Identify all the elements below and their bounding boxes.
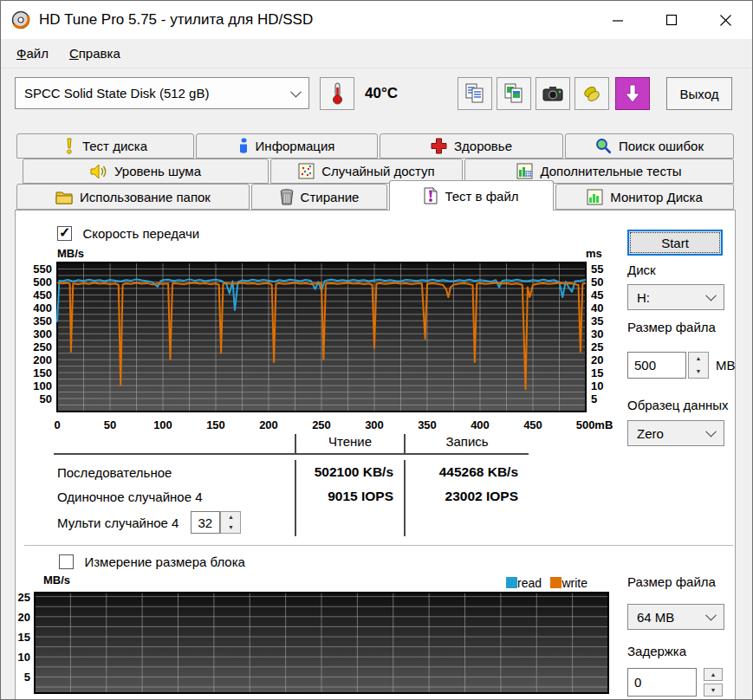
chevron-down-icon — [705, 610, 717, 621]
thermometer-icon — [330, 82, 344, 105]
svg-text:15: 15 — [591, 366, 603, 379]
svg-text:40: 40 — [591, 301, 603, 314]
search-icon — [595, 138, 612, 154]
file-size-value: 500 — [634, 358, 656, 373]
stepper-up-icon[interactable]: ▲ — [689, 353, 708, 366]
delay-stepper[interactable]: ▲ ▼ — [704, 668, 723, 697]
temperature-button[interactable] — [320, 77, 354, 110]
folder-icon — [55, 190, 73, 204]
col-header-read: Чтение — [295, 434, 404, 455]
row-label: Последовательное — [54, 460, 295, 484]
donate-button[interactable] — [574, 77, 609, 110]
svg-text:400: 400 — [33, 301, 52, 314]
svg-text:300: 300 — [365, 418, 384, 431]
data-pattern-value: Zero — [637, 426, 664, 441]
copy-image-button[interactable] — [497, 77, 531, 110]
col-header-write: Запись — [404, 434, 529, 455]
delay-value: 0 — [634, 675, 641, 690]
delay-label: Задержка — [627, 644, 686, 658]
empty-cell — [404, 509, 529, 536]
tab-label: Здоровье — [454, 139, 512, 153]
file-size-input[interactable]: 500 — [627, 352, 686, 379]
tab-erase[interactable]: Стирание — [251, 184, 387, 210]
menu-help[interactable]: Справка — [59, 41, 131, 66]
sequential-read-value: 502100 KB/s — [295, 460, 404, 484]
exclamation-icon — [63, 138, 75, 154]
file-benchmark-panel: Скорость передачи Start Диск H: Размер ф… — [15, 210, 736, 700]
tab-label: Использование папок — [80, 190, 211, 204]
tab-folder-usage[interactable]: Использование папок — [16, 184, 250, 210]
file-size-stepper[interactable]: ▲ ▼ — [688, 352, 709, 379]
temperature-value: 40°C — [365, 85, 398, 102]
svg-text:5: 5 — [591, 392, 597, 405]
stepper-down-icon[interactable]: ▼ — [704, 684, 723, 697]
file-size-label: Размер файла — [627, 320, 716, 334]
checkbox-checked-icon[interactable] — [57, 226, 72, 241]
empty-cell — [295, 509, 404, 536]
data-pattern-select[interactable]: Zero — [627, 420, 724, 446]
file-size-unit: MB — [716, 358, 736, 373]
multi-random-stepper[interactable]: ▲ ▼ — [220, 511, 241, 534]
svg-text:200: 200 — [33, 353, 52, 366]
tab-label: Уровень шума — [114, 164, 201, 178]
tab-label: Тест в файл — [445, 189, 518, 204]
minimize-icon — [612, 14, 624, 26]
random-access-icon — [298, 163, 315, 179]
svg-text:200: 200 — [259, 418, 278, 431]
tab-disk-test[interactable]: Тест диска — [16, 133, 194, 159]
minimize-button[interactable] — [591, 1, 645, 39]
tab-label: Информация — [256, 139, 335, 153]
tab-file-benchmark[interactable]: Тест в файл — [389, 180, 554, 211]
table-corner — [54, 434, 295, 455]
svg-text:250: 250 — [33, 340, 52, 353]
tab-info[interactable]: Информация — [196, 133, 378, 159]
copy-text-button[interactable] — [458, 77, 492, 110]
tab-label: Поиск ошибок — [619, 139, 704, 153]
svg-text:150: 150 — [206, 418, 225, 431]
stepper-down-icon[interactable]: ▼ — [689, 366, 708, 379]
transfer-speed-checkbox[interactable]: Скорость передачи — [57, 225, 199, 241]
close-button[interactable] — [698, 1, 752, 39]
window-title: HD Tune Pro 5.75 - утилита для HD/SSD — [39, 11, 313, 29]
svg-text:55: 55 — [591, 262, 603, 275]
stepper-down-icon[interactable]: ▼ — [221, 522, 240, 533]
start-button-label: Start — [661, 236, 689, 250]
svg-text:550: 550 — [33, 262, 52, 275]
svg-text:150: 150 — [33, 366, 52, 379]
block-size-checkbox[interactable]: Измерение размера блока — [59, 554, 245, 569]
svg-text:500mB: 500mB — [576, 418, 613, 431]
svg-text:15: 15 — [18, 631, 30, 644]
svg-text:25: 25 — [18, 591, 30, 604]
disk-select[interactable]: H: — [627, 284, 724, 310]
svg-text:30: 30 — [591, 327, 603, 340]
tab-error-scan[interactable]: Поиск ошибок — [565, 133, 734, 159]
save-results-button[interactable] — [615, 77, 650, 110]
delay-input[interactable]: 0 — [627, 668, 697, 697]
svg-text:5: 5 — [24, 671, 30, 684]
svg-text:20: 20 — [18, 611, 30, 624]
transfer-speed-label: Скорость передачи — [82, 226, 199, 241]
menu-file[interactable]: Файл — [6, 41, 59, 66]
tab-noise-level[interactable]: Уровень шума — [23, 159, 269, 184]
multi-random-value: 32 — [198, 515, 212, 530]
stepper-up-icon[interactable]: ▲ — [704, 668, 723, 681]
file-size-value-2: 64 MB — [637, 610, 674, 625]
drive-select[interactable]: SPCC Solid State Disk (512 gB) — [15, 77, 309, 109]
block-size-label: Измерение размера блока — [84, 554, 245, 569]
svg-text:450: 450 — [523, 418, 542, 431]
start-button[interactable]: Start — [627, 230, 723, 256]
multi-random-input[interactable]: 32 — [191, 511, 220, 534]
tab-disk-monitor[interactable]: Монитор Диска — [555, 184, 734, 210]
title-bar[interactable]: HD Tune Pro 5.75 - утилита для HD/SSD — [1, 1, 752, 39]
file-size-select-2[interactable]: 64 MB — [627, 604, 724, 630]
y-axis-unit-label: MB/s — [43, 574, 70, 587]
checkbox-unchecked-icon[interactable] — [59, 554, 74, 569]
tab-health[interactable]: Здоровье — [380, 133, 563, 159]
data-pattern-label: Образец данных — [627, 398, 729, 412]
svg-text:500: 500 — [33, 275, 52, 288]
screenshot-button[interactable] — [536, 77, 570, 110]
exit-button[interactable]: Выход — [666, 77, 732, 110]
maximize-button[interactable] — [645, 1, 698, 39]
stepper-up-icon[interactable]: ▲ — [221, 512, 240, 522]
speaker-icon — [90, 164, 107, 179]
